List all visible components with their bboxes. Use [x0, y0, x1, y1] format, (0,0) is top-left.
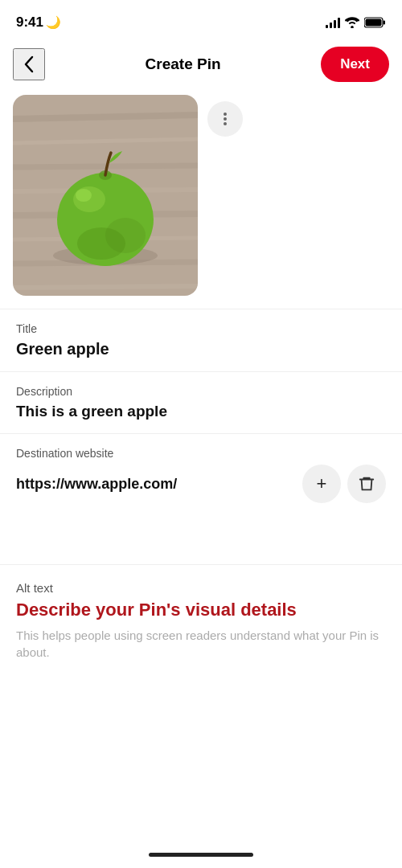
svg-line-11	[13, 286, 198, 288]
image-option-button[interactable]	[207, 101, 243, 137]
image-section	[0, 88, 402, 309]
svg-point-20	[224, 117, 227, 121]
description-label: Description	[16, 385, 386, 398]
battery-icon	[364, 17, 386, 28]
status-icons	[326, 17, 386, 28]
svg-line-4	[13, 115, 198, 119]
description-section: Description This is a green apple	[0, 371, 402, 433]
header: Create Pin Next	[0, 40, 402, 88]
status-bar: 9:41🌙	[0, 0, 402, 40]
title-label: Title	[16, 322, 386, 335]
signal-icon	[326, 17, 340, 28]
page-title: Create Pin	[45, 55, 321, 73]
spacer	[0, 516, 402, 540]
svg-point-21	[224, 122, 227, 125]
plus-icon: +	[317, 473, 327, 494]
delete-url-button[interactable]	[347, 465, 386, 503]
alt-text-section: Alt text Describe your Pin's visual deta…	[0, 564, 402, 674]
alt-text-placeholder[interactable]: Describe your Pin's visual details	[16, 600, 386, 620]
moon-icon: 🌙	[46, 15, 61, 29]
svg-line-6	[13, 166, 198, 167]
description-value[interactable]: This is a green apple	[16, 403, 386, 420]
home-indicator-container	[0, 845, 402, 868]
destination-url[interactable]: https://www.apple.com/	[16, 476, 302, 493]
destination-label: Destination website	[16, 447, 386, 460]
add-url-button[interactable]: +	[302, 465, 341, 503]
back-button[interactable]	[13, 48, 45, 80]
time-text: 9:41	[16, 14, 43, 30]
title-section: Title Green apple	[0, 309, 402, 371]
destination-actions: +	[302, 465, 386, 503]
trash-icon	[358, 475, 375, 493]
svg-point-19	[224, 113, 227, 116]
next-button[interactable]: Next	[321, 47, 389, 82]
destination-row: https://www.apple.com/ +	[16, 465, 386, 503]
alt-text-helper: This helps people using screen readers u…	[16, 627, 386, 661]
wifi-icon	[345, 17, 359, 28]
svg-rect-2	[366, 19, 382, 27]
destination-section: Destination website https://www.apple.co…	[0, 433, 402, 516]
svg-rect-1	[384, 21, 386, 25]
status-time: 9:41🌙	[16, 14, 61, 31]
svg-point-15	[76, 189, 92, 202]
svg-point-17	[77, 227, 125, 260]
pin-image	[13, 95, 198, 296]
title-value[interactable]: Green apple	[16, 340, 386, 358]
alt-text-label: Alt text	[16, 581, 386, 595]
home-indicator	[149, 853, 253, 857]
